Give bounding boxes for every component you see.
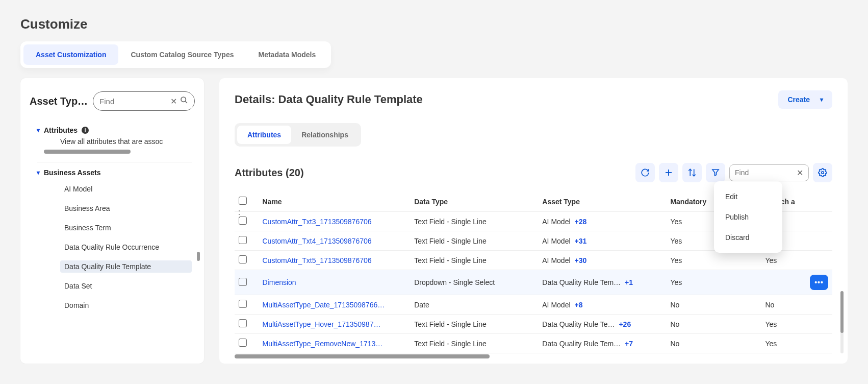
add-button[interactable] <box>659 163 678 182</box>
svg-point-0 <box>181 97 186 102</box>
row-checkbox[interactable] <box>239 319 247 327</box>
row-checkbox[interactable] <box>239 339 247 347</box>
attribute-name-link[interactable]: MultiAssetType_RemoveNew_1713… <box>263 340 383 348</box>
cell-asset-type: AI Model+8 <box>538 295 666 315</box>
row-context-menu: Edit Publish Discard <box>714 181 782 253</box>
sidebar-item-dq-rule-template[interactable]: Data Quality Rule Template <box>60 260 192 273</box>
asset-type-count-link[interactable]: +1 <box>625 278 633 286</box>
col-header-data-type[interactable]: Data Type <box>410 191 538 212</box>
svg-point-4 <box>822 172 824 174</box>
tab-custom-catalog-source-types[interactable]: Custom Catalog Source Types <box>118 44 246 65</box>
asset-types-panel: Asset Typ… ✕ ▾ Attributes i View all att… <box>20 78 204 364</box>
attribute-name-link[interactable]: MultiAssetType_Hover_171350987… <box>263 320 381 328</box>
business-asset-items: AI Model Business Area Business Term Dat… <box>37 183 192 311</box>
asset-types-find-input[interactable] <box>99 97 167 106</box>
table-row[interactable]: MultiAssetType_Hover_171350987…Text Fiel… <box>235 315 832 334</box>
cell-data-type: Text Field - Single Line <box>410 251 538 270</box>
attributes-actions: ✕ <box>635 163 832 182</box>
business-assets-section-label: Business Assets <box>44 169 101 177</box>
attribute-name-link[interactable]: CustomAttr_Txt4_1713509876706 <box>263 237 372 245</box>
panel-scrollbar[interactable] <box>840 291 844 333</box>
attributes-find-input[interactable] <box>735 169 794 177</box>
table-row[interactable]: MultiAssetType_RemoveNew_1713…Text Field… <box>235 334 832 353</box>
overflow-scroll-indicator <box>44 150 131 154</box>
cell-asset-type: AI Model+30 <box>538 251 666 270</box>
cell-data-type: Text Field - Single Line <box>410 212 538 231</box>
select-all-checkbox[interactable] <box>239 197 247 205</box>
attribute-name-link[interactable]: MultiAssetType_Date_17135098766… <box>263 301 385 309</box>
row-checkbox[interactable] <box>239 300 247 308</box>
table-row[interactable]: CustomAttr_Txt5_1713509876706Text Field … <box>235 251 832 270</box>
asset-type-count-link[interactable]: +30 <box>575 256 587 265</box>
tab-asset-customization[interactable]: Asset Customization <box>23 44 118 65</box>
cell-asset-type: AI Model+28 <box>538 212 666 231</box>
tab-metadata-models[interactable]: Metadata Models <box>246 44 328 65</box>
divider <box>37 162 192 162</box>
details-title: Details: Data Quality Rule Template <box>235 93 423 106</box>
settings-button[interactable] <box>813 163 832 182</box>
attributes-section-title: Attributes (20) <box>235 167 304 179</box>
sidebar-item-ai-model[interactable]: AI Model <box>60 183 192 195</box>
attributes-section-desc: View all attributes that are assoc <box>37 137 192 146</box>
cell-mandatory: No <box>666 295 761 315</box>
cell-asset-type: Data Quality Rule Te…+26 <box>538 315 666 334</box>
menu-item-edit[interactable]: Edit <box>714 186 782 207</box>
filter-button[interactable] <box>706 163 725 182</box>
table-row[interactable]: MultiAssetType_Date_17135098766…DateAI M… <box>235 295 832 315</box>
inner-tab-relationships[interactable]: Relationships <box>291 126 359 144</box>
asset-type-count-link[interactable]: +7 <box>625 340 633 348</box>
attribute-name-link[interactable]: Dimension <box>263 278 296 286</box>
row-checkbox[interactable] <box>239 255 247 263</box>
sidebar-item-business-area[interactable]: Business Area <box>60 202 192 214</box>
sidebar-item-domain[interactable]: Domain <box>60 299 192 311</box>
attribute-name-link[interactable]: CustomAttr_Txt5_1713509876706 <box>263 256 372 265</box>
sidebar-item-data-set[interactable]: Data Set <box>60 280 192 292</box>
col-header-name[interactable]: Name <box>259 191 411 212</box>
row-more-button[interactable]: ••• <box>810 275 828 290</box>
info-icon[interactable]: i <box>82 127 89 134</box>
asset-type-count-link[interactable]: +8 <box>575 301 583 309</box>
business-assets-section-toggle[interactable]: ▾ Business Assets <box>37 169 192 177</box>
cell-search: No <box>761 295 832 315</box>
svg-line-1 <box>185 101 187 103</box>
table-row[interactable]: DimensionDropdown - Single SelectData Qu… <box>235 270 832 295</box>
cell-search: Yes <box>761 334 832 353</box>
asset-type-count-link[interactable]: +26 <box>619 320 631 328</box>
asset-type-count-link[interactable]: +31 <box>575 237 587 245</box>
menu-item-publish[interactable]: Publish <box>714 207 782 227</box>
cell-asset-type: Data Quality Rule Tem…+1 <box>538 270 666 295</box>
cell-data-type: Text Field - Single Line <box>410 315 538 334</box>
menu-item-discard[interactable]: Discard <box>714 227 782 248</box>
sidebar-scrollbar[interactable] <box>197 252 200 261</box>
create-button[interactable]: Create ▾ <box>778 90 832 109</box>
cell-search: ••• <box>761 270 832 295</box>
main-tabs: Asset Customization Custom Catalog Sourc… <box>20 41 331 68</box>
search-icon[interactable] <box>180 96 188 106</box>
cell-mandatory: Yes <box>666 270 761 295</box>
cell-data-type: Dropdown - Single Select <box>410 270 538 295</box>
sidebar-item-business-term[interactable]: Business Term <box>60 222 192 234</box>
col-header-asset-type[interactable]: Asset Type <box>538 191 666 212</box>
attributes-section-toggle[interactable]: ▾ Attributes i <box>37 126 192 134</box>
attributes-find[interactable]: ✕ <box>729 164 809 181</box>
row-checkbox[interactable] <box>239 236 247 244</box>
inner-tab-attributes[interactable]: Attributes <box>237 126 291 144</box>
clear-icon[interactable]: ✕ <box>797 168 803 178</box>
sort-button[interactable] <box>682 163 702 182</box>
sidebar-item-dq-rule-occurrence[interactable]: Data Quality Rule Occurrence <box>60 241 192 253</box>
page-title: Customize <box>20 16 848 32</box>
cell-asset-type: AI Model+31 <box>538 231 666 251</box>
panel-resize-handle[interactable]: ⋮ <box>235 208 244 220</box>
asset-types-find[interactable]: ✕ <box>93 91 195 111</box>
clear-icon[interactable]: ✕ <box>170 97 177 106</box>
attributes-section-label: Attributes <box>44 126 78 134</box>
asset-type-count-link[interactable]: +28 <box>575 218 587 226</box>
table-horizontal-scrollbar[interactable] <box>235 354 490 358</box>
cell-mandatory: Yes <box>666 251 761 270</box>
cell-search: Yes <box>761 251 832 270</box>
refresh-button[interactable] <box>635 163 655 182</box>
attribute-name-link[interactable]: CustomAttr_Txt3_1713509876706 <box>263 218 372 226</box>
cell-asset-type: Data Quality Rule Tem…+7 <box>538 334 666 353</box>
cell-search: Yes <box>761 315 832 334</box>
row-checkbox[interactable] <box>239 278 247 286</box>
